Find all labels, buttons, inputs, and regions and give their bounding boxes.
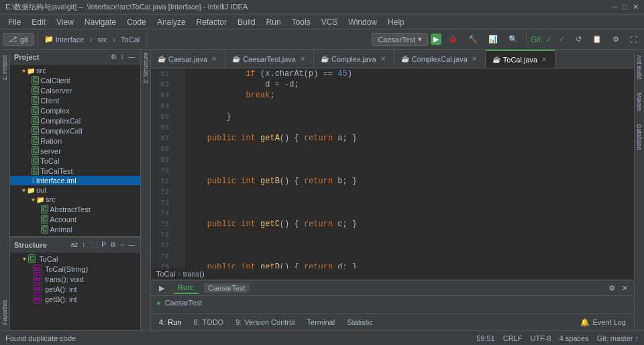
tree-calclient[interactable]: C CalClient bbox=[10, 75, 140, 85]
struct-root[interactable]: ▾ C ToCal bbox=[10, 254, 140, 264]
tree-tocaltest[interactable]: C ToCalTest bbox=[10, 166, 140, 176]
git-selector[interactable]: ⎇ git bbox=[3, 33, 34, 46]
tree-src-root[interactable]: ▾ 📁 src bbox=[10, 66, 140, 75]
encoding[interactable]: UTF-8 bbox=[530, 334, 551, 342]
structure-tab[interactable]: 2: Structure bbox=[142, 50, 150, 87]
run-button[interactable]: ▶ bbox=[431, 34, 441, 45]
build-button[interactable]: 🔨 bbox=[464, 32, 482, 48]
breadcrumb-tocal[interactable]: ToCal bbox=[156, 270, 175, 278]
folder-expand-icon: ▾ bbox=[22, 187, 25, 194]
git-action3[interactable]: 📋 bbox=[588, 32, 606, 48]
expand-button[interactable]: ⛶ bbox=[626, 32, 641, 48]
tree-out[interactable]: ▾ 📁 out bbox=[10, 185, 140, 195]
tab-event-log[interactable]: 🔔 Event Log bbox=[575, 316, 631, 329]
tree-animal[interactable]: C Animal bbox=[10, 224, 140, 234]
struct-sort-icon[interactable]: ↕ bbox=[80, 240, 87, 249]
tab-todo[interactable]: 6: TODO bbox=[188, 316, 229, 328]
struct-sort-alpha[interactable]: az bbox=[70, 240, 80, 249]
tab-close-caesar[interactable]: ✕ bbox=[210, 54, 218, 63]
project-btn[interactable]: 📁 Interface bbox=[40, 32, 89, 48]
file-btn[interactable]: ToCal bbox=[117, 32, 144, 48]
struct-close-icon[interactable]: — bbox=[127, 240, 136, 249]
src-btn[interactable]: src bbox=[93, 32, 111, 48]
tree-server[interactable]: C server bbox=[10, 146, 140, 156]
menu-tools[interactable]: Tools bbox=[286, 16, 316, 28]
tab-close-tocal[interactable]: ✕ bbox=[540, 55, 548, 64]
method-icon: m bbox=[33, 295, 42, 303]
run-label[interactable]: Run: bbox=[174, 282, 199, 294]
project-collapse-icon[interactable]: — bbox=[127, 52, 136, 61]
code-content[interactable]: if (x.charAt(p) == 45) d = -d; break; } … bbox=[185, 68, 634, 268]
tab-complex[interactable]: ☕ Complex.java ✕ bbox=[314, 50, 394, 68]
tree-complex[interactable]: C Complex bbox=[10, 105, 140, 115]
menu-file[interactable]: File bbox=[3, 16, 26, 28]
menu-vcs[interactable]: VCS bbox=[316, 16, 343, 28]
menu-view[interactable]: View bbox=[51, 16, 79, 28]
code-line-66 bbox=[188, 122, 631, 133]
debug-button[interactable]: 🐞 bbox=[444, 32, 462, 48]
git-action2[interactable]: ↺ bbox=[572, 32, 586, 48]
tab-version-control[interactable]: 9: Version Control bbox=[230, 316, 300, 328]
ant-build-tab[interactable]: Ant Build bbox=[635, 50, 644, 85]
database-tab[interactable]: Database bbox=[635, 119, 644, 156]
minimize-btn[interactable]: ─ bbox=[612, 3, 618, 11]
tab-statistic[interactable]: Statistic bbox=[341, 316, 378, 328]
menu-edit[interactable]: Edit bbox=[26, 16, 51, 28]
menu-analyze[interactable]: Analyze bbox=[152, 16, 191, 28]
breadcrumb-trans[interactable]: trans() bbox=[183, 270, 205, 278]
menu-window[interactable]: Window bbox=[343, 16, 382, 28]
tree-complexcal[interactable]: C ComplexCal bbox=[10, 115, 140, 126]
tab-terminal[interactable]: Terminal bbox=[302, 316, 341, 328]
project-tab[interactable]: 1: Project bbox=[0, 50, 9, 86]
tree-calserver[interactable]: C Calserver bbox=[10, 85, 140, 95]
menu-navigate[interactable]: Navigate bbox=[79, 16, 121, 28]
tab-complexcal[interactable]: ☕ ComplexCal.java ✕ bbox=[394, 50, 486, 68]
project-sort-icon[interactable]: ↕ bbox=[119, 52, 125, 61]
struct-settings-icon[interactable]: ⚙ bbox=[109, 240, 117, 249]
search-button[interactable]: 🔍 bbox=[504, 32, 522, 48]
struct-getB[interactable]: m getB(): int bbox=[10, 294, 140, 304]
coverage-button[interactable]: 📊 bbox=[484, 32, 502, 48]
tree-complexcall[interactable]: C ComplexCall bbox=[10, 126, 140, 136]
code-editor[interactable]: 61 62 63 64 65 66 67 68 69 70 71 72 73 7… bbox=[151, 68, 634, 268]
menu-help[interactable]: Help bbox=[382, 16, 410, 28]
run-settings-icon[interactable]: ⚙ bbox=[606, 283, 617, 293]
tree-interface-iml[interactable]: I Interface.iml bbox=[10, 176, 140, 185]
menu-refactor[interactable]: Refactor bbox=[191, 16, 232, 28]
struct-constructor[interactable]: m ToCal(String) bbox=[10, 264, 140, 274]
cursor-position[interactable]: 59:51 bbox=[476, 334, 495, 342]
struct-collapse-icon[interactable]: ○ bbox=[119, 240, 125, 249]
tree-out-src[interactable]: ▾ 📁 src bbox=[10, 195, 140, 204]
maven-tab[interactable]: Maven bbox=[635, 87, 644, 116]
struct-getA[interactable]: m getA(): int bbox=[10, 284, 140, 294]
settings-button[interactable]: ⚙ bbox=[608, 32, 623, 48]
tab-close-caesartest[interactable]: ✕ bbox=[299, 54, 307, 63]
run-close-icon[interactable]: ✕ bbox=[620, 283, 630, 293]
tree-tocal[interactable]: C ToCal bbox=[10, 156, 140, 166]
menu-run[interactable]: Run bbox=[261, 16, 286, 28]
tab-caesartest[interactable]: ☕ CaesarTest.java ✕ bbox=[225, 50, 314, 68]
git-branch[interactable]: Git: master ↑ bbox=[597, 334, 639, 342]
tree-ration[interactable]: C Ration bbox=[10, 136, 140, 146]
tab-close-complex[interactable]: ✕ bbox=[379, 54, 387, 63]
project-gear-icon[interactable]: ⚙ bbox=[109, 52, 118, 61]
tab-tocal[interactable]: ☕ ToCal.java ✕ bbox=[486, 50, 555, 68]
favorites-tab[interactable]: Favorites bbox=[0, 295, 9, 330]
struct-trans[interactable]: m trans(): void bbox=[10, 274, 140, 284]
tree-abstracttest[interactable]: C AbstractTest bbox=[10, 204, 140, 214]
run-config-selector[interactable]: CaesarTest ▾ bbox=[372, 33, 428, 46]
struct-filter2-icon[interactable]: P bbox=[100, 240, 107, 249]
tree-account[interactable]: C Account bbox=[10, 214, 140, 224]
tree-client[interactable]: C Client bbox=[10, 95, 140, 105]
menu-build[interactable]: Build bbox=[232, 16, 261, 28]
maximize-btn[interactable]: □ bbox=[623, 3, 627, 11]
tab-run[interactable]: 4: Run bbox=[154, 316, 186, 328]
struct-filter-icon[interactable]: ⬛ bbox=[88, 240, 99, 249]
tab-close-complexcal[interactable]: ✕ bbox=[470, 54, 478, 63]
line-ending[interactable]: CRLF bbox=[503, 334, 523, 342]
git-action1[interactable]: ✓ bbox=[555, 32, 569, 48]
tab-caesar[interactable]: ☕ Caesar.java ✕ bbox=[151, 50, 225, 68]
menu-code[interactable]: Code bbox=[121, 16, 152, 28]
close-btn[interactable]: ✕ bbox=[633, 3, 639, 11]
indent[interactable]: 4 spaces bbox=[559, 334, 589, 342]
